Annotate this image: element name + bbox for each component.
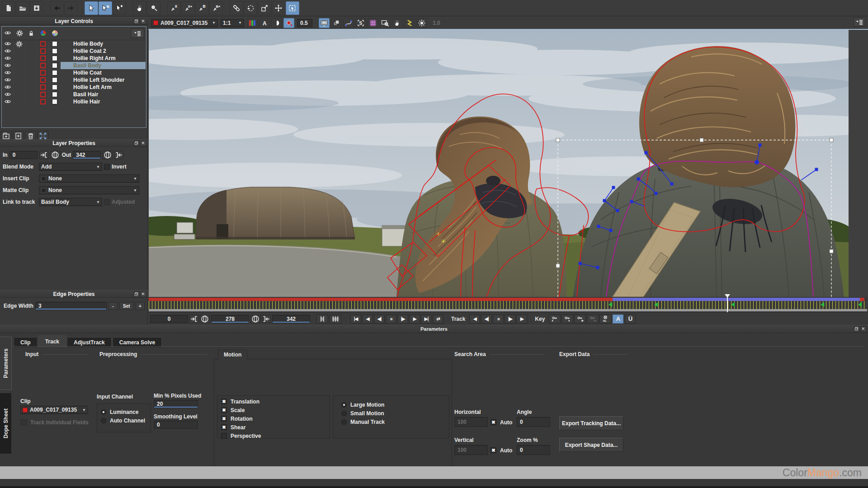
uberkey-button[interactable]: Ü (625, 314, 636, 324)
close-icon[interactable] (861, 326, 867, 332)
adjusted-checkbox[interactable] (104, 199, 110, 205)
horizontal-auto[interactable]: ✖ Auto (491, 418, 512, 427)
radio-auto-channel[interactable]: Auto Channel (97, 416, 151, 425)
layer-name[interactable]: Hollie Hair (71, 98, 103, 105)
add-xspline-tool-button[interactable]: X+ (181, 1, 195, 15)
viewer-menu-button[interactable] (854, 18, 865, 27)
smoothing-field[interactable]: 0 (154, 421, 198, 429)
layer-row[interactable]: Basil Hair (2, 91, 146, 98)
layer-controls-header[interactable]: Layer Controls (0, 17, 148, 25)
eye-icon[interactable] (2, 55, 14, 62)
dock-icon[interactable] (854, 326, 860, 332)
vertical-auto[interactable]: ✖ Auto (491, 446, 512, 455)
eye-icon[interactable] (2, 76, 14, 84)
layer-name[interactable]: Hollie Coat 2 (71, 47, 109, 55)
layer-list-menu-button[interactable] (131, 28, 144, 38)
edge-width-decrement-button[interactable]: - (108, 302, 118, 310)
eye-icon[interactable] (2, 47, 14, 55)
invert-checkbox[interactable] (104, 164, 110, 170)
marquee-select-tool-button[interactable] (286, 1, 299, 15)
radio-small-motion[interactable]: Small Motion (338, 409, 449, 418)
brightness-view-button[interactable] (416, 18, 427, 28)
timeline-out-field[interactable]: 342 (272, 315, 310, 323)
layer-row[interactable]: Hollie Right Arm (2, 55, 146, 62)
keyframe-marker[interactable] (821, 302, 824, 307)
roto-out-button[interactable] (250, 315, 260, 323)
zoom-timeline-in-out-icon[interactable] (316, 314, 328, 324)
new-file-button[interactable] (2, 1, 15, 15)
autokey-button[interactable]: A (613, 314, 623, 324)
corner-pin-tool-button[interactable] (258, 1, 271, 15)
eye-icon[interactable] (2, 91, 14, 98)
parameters-strip[interactable]: Parameters (0, 325, 868, 333)
roto-out-button[interactable] (103, 151, 113, 159)
trace-view-button[interactable] (404, 18, 415, 28)
keyframe-marker[interactable] (858, 302, 862, 307)
edge-width-increment-button[interactable]: + (136, 302, 145, 310)
eye-icon[interactable] (2, 40, 14, 47)
zoom-pct-field[interactable]: 0 (517, 445, 550, 455)
select-tool-button[interactable] (85, 1, 98, 15)
tab-adjusttrack[interactable]: AdjustTrack (67, 337, 112, 347)
edge-width-set-button[interactable]: Set (119, 302, 134, 310)
gear-icon[interactable] (14, 55, 25, 62)
layer-row[interactable]: Hollie Hair (2, 98, 146, 105)
grid-view-button[interactable] (368, 18, 378, 28)
close-icon[interactable] (141, 141, 146, 146)
radio-manual-track[interactable]: Manual Track (338, 418, 449, 426)
checkbox-shear[interactable]: ✖Shear (217, 423, 330, 432)
zoom-timeline-full-icon[interactable] (330, 314, 341, 324)
spline-view-button[interactable] (343, 18, 354, 28)
radio-luminance[interactable]: Luminance (97, 408, 151, 416)
roto-in-button[interactable] (50, 151, 60, 159)
add-point-tool-button[interactable] (113, 1, 126, 15)
rgb-channels-button[interactable] (247, 18, 258, 28)
eye-icon[interactable] (2, 84, 14, 91)
edge-width-field[interactable]: 3 (35, 302, 107, 310)
dock-icon[interactable] (134, 291, 140, 297)
key-add-button[interactable] (574, 314, 586, 324)
close-icon[interactable] (141, 19, 146, 24)
radio-large-motion[interactable]: Large Motion (338, 400, 449, 409)
layer-name[interactable]: Hollie Left Arm (71, 84, 114, 91)
surface-view-button[interactable] (319, 18, 330, 28)
layer-name[interactable]: Hollie Coat (71, 69, 104, 76)
checkbox-translation[interactable]: ✖Translation (217, 397, 330, 406)
gear-icon[interactable] (14, 69, 25, 76)
eye-icon[interactable] (2, 98, 14, 105)
key-del-button[interactable] (587, 314, 599, 324)
layer-row[interactable]: Hollie Left Shoulder (2, 76, 146, 84)
lasso-tool-button[interactable] (244, 1, 257, 15)
create-bspline-tool-button[interactable]: B (195, 1, 209, 15)
save-project-button[interactable] (30, 1, 43, 15)
move-tool-button[interactable] (272, 1, 285, 15)
play-back-button[interactable]: ◀ (362, 314, 373, 324)
dock-icon[interactable] (134, 141, 140, 146)
zoom-level-dropdown[interactable]: 1:1▼ (221, 19, 244, 27)
pan-tool-button[interactable] (133, 1, 146, 15)
stabilize-view-button[interactable]: S (355, 18, 366, 28)
close-icon[interactable] (141, 291, 146, 297)
timeline-ruler[interactable] (149, 301, 867, 310)
checkbox-perspective[interactable]: Perspective (217, 432, 330, 440)
key-all-button[interactable]: ALL (599, 314, 611, 324)
gear-icon[interactable] (14, 84, 25, 91)
link-to-track-dropdown[interactable]: Basil Body▼ (39, 198, 102, 206)
goto-end-button[interactable]: ▶| (421, 314, 432, 324)
zoom-window-button[interactable] (380, 18, 391, 28)
edge-properties-header[interactable]: Edge Properties (0, 290, 148, 298)
dock-icon[interactable] (134, 19, 140, 24)
overlay-fill-button[interactable] (283, 18, 294, 28)
viewer-canvas[interactable] (149, 30, 849, 297)
export-shape-data-button[interactable]: Export Shape Data... (559, 438, 623, 452)
back-arrow-button[interactable] (50, 1, 64, 15)
layers-view-button[interactable] (331, 18, 342, 28)
gear-icon[interactable] (14, 40, 25, 47)
gear-icon[interactable] (14, 62, 25, 69)
layer-row[interactable]: Basil Body (2, 62, 146, 69)
auto-checkbox[interactable]: ✖ (491, 447, 496, 453)
current-frame-field[interactable]: 278 (211, 315, 249, 323)
zoom-tool-button[interactable] (147, 1, 160, 15)
add-bspline-tool-button[interactable]: B+ (209, 1, 223, 15)
clip-selector-dropdown[interactable]: A009_C017_09135▼ (151, 19, 218, 27)
